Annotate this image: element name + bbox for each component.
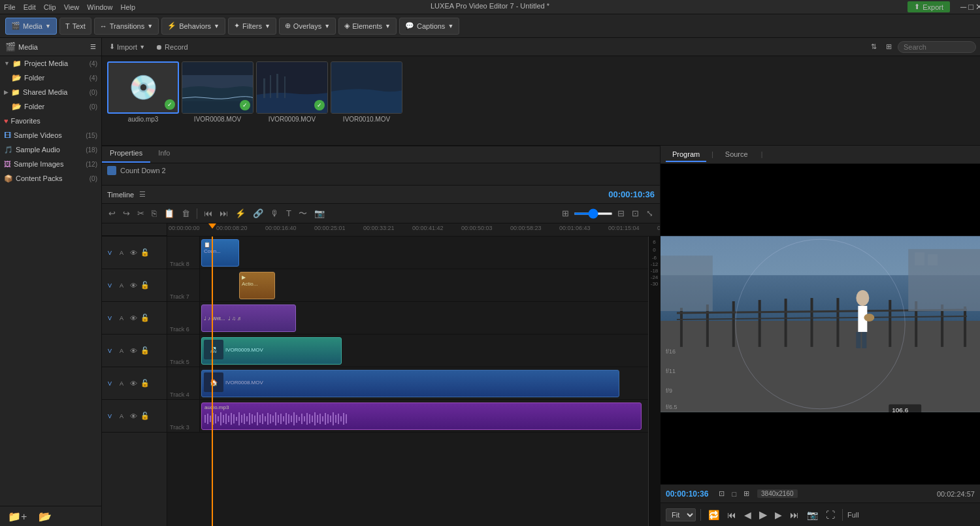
wave-button[interactable]: 〜 [296,206,310,221]
menu-view[interactable]: View [64,3,80,11]
mark-out-button[interactable]: ⏭ [217,207,231,220]
menu-window[interactable]: Window [87,3,112,11]
info-tab[interactable]: Info [150,146,178,163]
track-8-a-toggle[interactable]: A [116,248,127,258]
tree-project-media[interactable]: ▼ 📁 Project Media (4) [0,56,101,71]
preview-crop-button[interactable]: ⊡ [716,488,727,499]
track-3-eye-toggle[interactable]: 👁 [128,411,139,421]
track-7-clip[interactable]: ▶ Actio... [239,272,275,299]
tree-sample-videos[interactable]: 🎞 Sample Videos (15) [0,128,101,142]
undo-button[interactable]: ↩ [106,207,118,220]
track-5-eye-toggle[interactable]: 👁 [128,346,139,356]
media-item-video3[interactable]: IVOR0010.MOV [331,61,402,140]
track-6-v-toggle[interactable]: V [105,313,115,323]
tree-sample-images[interactable]: 🖼 Sample Images (12) [0,157,101,171]
track-7-a-toggle[interactable]: A [116,280,127,291]
split-button[interactable]: ⚡ [233,207,248,220]
track-6-lock-toggle[interactable]: 🔓 [140,313,150,323]
preview-safe-button[interactable]: □ [729,488,739,499]
track-6-a-toggle[interactable]: A [116,313,127,323]
tree-favorites[interactable]: ♥ Favorites [0,114,101,128]
program-tab[interactable]: Program [666,148,706,162]
timeline-ruler[interactable]: 00:00:00:00 00:00:08:20 00:00:16:40 00:0… [167,223,660,237]
track-5-clip-area[interactable]: 🏖 IVOR0009.MOV [200,335,648,367]
cut-button[interactable]: ✂ [135,207,147,220]
tree-sample-audio[interactable]: 🎵 Sample Audio (18) [0,142,101,157]
track-4-clip-area[interactable]: 🏠 IVOR0008.MOV [200,367,648,399]
paste-button[interactable]: 📋 [161,207,177,220]
text-tl-button[interactable]: T [284,207,294,220]
menu-clip[interactable]: Clip [44,3,56,11]
menu-help[interactable]: Help [120,3,135,11]
toolbar-elements-button[interactable]: ◈ Elements ▼ [338,18,397,35]
export-button[interactable]: ⬆ Export [907,1,950,12]
zoom-out-button[interactable]: ⊟ [615,207,627,220]
fit-select[interactable]: Fit Fill 1:1 1/2 [666,508,696,521]
step-forward-button[interactable]: ▶ [772,508,785,521]
toolbar-overlays-button[interactable]: ⊕ Overlays ▼ [279,18,336,35]
track-7-eye-toggle[interactable]: 👁 [128,280,139,291]
tree-folder-2[interactable]: 📂 Folder (0) [0,99,101,114]
track-4-eye-toggle[interactable]: 👁 [128,378,139,389]
track-8-clip-area[interactable]: 📋 Coun... [200,237,648,269]
mark-in-button[interactable]: ⏮ [201,207,215,220]
source-tab[interactable]: Source [719,148,755,162]
track-3-v-toggle[interactable]: V [105,411,115,421]
tree-content-packs[interactable]: 📦 Content Packs (0) [0,171,101,186]
track-8-eye-toggle[interactable]: 👁 [128,248,139,258]
timeline-menu-icon[interactable]: ☰ [139,190,146,199]
copy-button[interactable]: ⎘ [149,207,159,220]
track-5-lock-toggle[interactable]: 🔓 [140,346,150,356]
record-button[interactable]: ⏺ Record [152,42,191,52]
zoom-in-button[interactable]: ⊞ [559,207,572,220]
track-5-a-toggle[interactable]: A [116,346,127,356]
sort-button[interactable]: ⇅ [868,41,880,52]
properties-tab[interactable]: Properties [102,146,150,163]
toolbar-transitions-button[interactable]: ↔ Transitions ▼ [94,18,159,35]
play-button[interactable]: ▶ [757,507,770,522]
track-3-clip-area[interactable]: audio.mp3 [200,400,648,432]
expand-button[interactable]: ⤡ [644,207,656,220]
track-8-v-toggle[interactable]: V [105,248,115,258]
track-7-v-toggle[interactable]: V [105,280,115,291]
fullscreen-button[interactable]: ⛶ [823,508,838,521]
track-8-lock-toggle[interactable]: 🔓 [140,248,150,258]
close-icon[interactable]: ✕ [975,2,980,12]
import-button[interactable]: ⬇ Import ▼ [106,41,148,52]
mark-in-ctrl-button[interactable]: ⏮ [725,508,739,521]
media-item-video2[interactable]: ✓ IVOR0009.MOV [256,61,328,140]
toolbar-behaviors-button[interactable]: ⚡ Behaviors ▼ [161,18,225,35]
preview-snap-button[interactable]: ⊞ [741,488,752,499]
mark-out-ctrl-button[interactable]: ⏭ [787,508,802,521]
fit-timeline-button[interactable]: ⊡ [629,207,642,220]
track-7-clip-area[interactable]: ▶ Actio... [200,269,648,301]
camera-button[interactable]: 📷 [312,207,327,220]
minimize-icon[interactable]: ─ [960,2,966,12]
step-back-button[interactable]: ◀ [742,508,754,521]
track-7-lock-toggle[interactable]: 🔓 [140,280,150,291]
track-3-clip[interactable]: audio.mp3 [201,403,642,430]
track-3-a-toggle[interactable]: A [116,411,127,421]
redo-button[interactable]: ↪ [120,207,133,220]
track-4-v-toggle[interactable]: V [105,378,115,389]
media-item-audio[interactable]: 💿 ✓ audio.mp3 [107,61,179,140]
link-button[interactable]: 🔗 [250,207,266,220]
toolbar-captions-button[interactable]: 💬 Captions ▼ [399,18,459,35]
snapshot-button[interactable]: 📷 [804,508,821,521]
track-4-clip[interactable]: 🏠 IVOR0008.MOV [201,370,619,397]
new-folder-button[interactable]: 📂 [35,509,56,523]
preview-viewport[interactable]: f/16 f/11 f/9 f/6.5 106.6 [661,164,980,484]
track-3-lock-toggle[interactable]: 🔓 [140,411,150,421]
view-toggle-button[interactable]: ⊞ [883,41,895,52]
track-6-clip[interactable]: ♩ ♪ Writ... ♩ ♫ ♬ [201,304,296,332]
toolbar-filters-button[interactable]: ✦ Filters ▼ [228,18,276,35]
mic-button[interactable]: 🎙 [268,207,282,220]
toolbar-text-button[interactable]: T Text [59,18,91,35]
track-4-a-toggle[interactable]: A [116,378,127,389]
track-6-clip-area[interactable]: ♩ ♪ Writ... ♩ ♫ ♬ [200,302,648,334]
loop-button[interactable]: 🔁 [706,508,722,521]
menu-file[interactable]: File [4,3,16,11]
track-6-eye-toggle[interactable]: 👁 [128,313,139,323]
zoom-slider[interactable] [574,212,613,215]
tree-folder-1[interactable]: 📂 Folder (4) [0,71,101,85]
